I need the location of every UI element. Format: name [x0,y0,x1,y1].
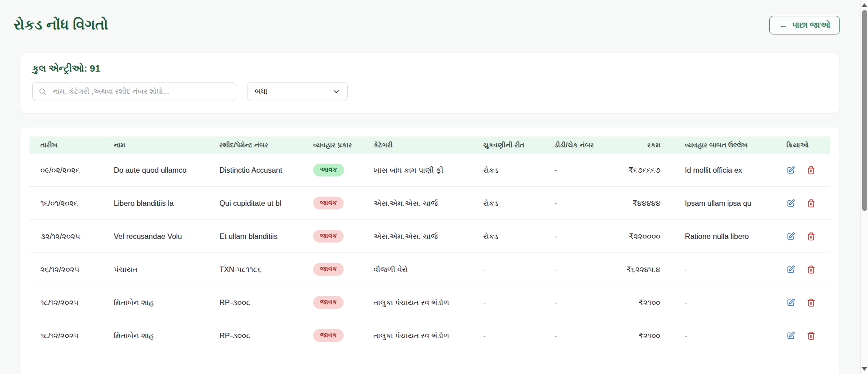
back-button-label: પાછા જાઓ [792,20,830,30]
col-header-actions: ક્રિયાઓ [776,141,831,149]
vertical-scrollbar[interactable] [860,0,868,374]
cell-category: વીજળી વેરો [363,265,472,274]
cell-method: - [472,331,543,340]
trash-icon [807,331,815,340]
cell-dd-check: - [543,199,601,208]
edit-pencil-icon [786,199,795,208]
filter-card: કુલ એન્ટ્રીઓ: 91 બધા [20,53,840,113]
delete-button[interactable] [807,166,815,175]
table-row: ૩૨/૧૨/૨૦૨૫ Vel recusandae Volu Et ullam … [29,220,830,253]
cell-type: જાવક [302,197,363,209]
edit-button[interactable] [786,166,795,175]
edit-pencil-icon [786,166,795,175]
cell-method: રોકડ [472,199,543,208]
edit-button[interactable] [786,298,795,307]
cell-amount: ₹૬૨૨૪૫.૪ [601,265,660,274]
cell-type: જાવક [302,296,363,308]
cell-actions [776,199,831,208]
trash-icon [807,232,815,241]
cell-method: - [472,298,543,307]
search-field-wrap [32,82,236,101]
delete-button[interactable] [807,265,815,274]
cell-remark: Ipsam ullam ipsa qu [660,199,776,208]
delete-button[interactable] [807,298,815,307]
back-button[interactable]: ← પાછા જાઓ [769,16,840,34]
type-filter-value: બધા [255,87,267,96]
type-badge: જાવક [313,296,344,308]
delete-button[interactable] [807,232,815,241]
cell-date: ૩૨/૧૨/૨૦૨૫ [29,232,103,241]
cell-dd-check: - [543,265,601,274]
col-header-dd: ડીડી/ચેક નંબર [543,141,601,149]
col-header-receipt: રશીદ/પેમેન્ટ નંબર [209,141,302,149]
edit-button[interactable] [786,265,795,274]
cell-category: એસ.એમ.એસ. ચાર્જ [363,232,472,241]
search-input[interactable] [32,82,236,101]
cell-actions [776,298,831,307]
cell-date: ૦૯/૦૨/૨૦૨૬ [29,166,103,175]
type-filter-select[interactable]: બધા [247,82,348,101]
back-arrow-icon: ← [779,21,787,29]
trash-icon [807,298,815,307]
delete-button[interactable] [807,331,815,340]
cell-receipt: Et ullam blanditiis [209,232,302,241]
cell-category: તાલુકા પંચાયત સ્વ ભંડોળ [363,298,472,307]
type-badge: જાવક [313,263,344,275]
trash-icon [807,166,815,175]
col-header-date: તારીખ [29,141,103,149]
table-row: ૧૮/૧૨/૨૦૨૫ મિતાબેન શાહ RP-૩૦૦૮ જાવક તાલુ… [29,319,830,352]
edit-pencil-icon [786,232,795,241]
chevron-down-icon [333,88,340,95]
cell-actions [776,331,831,340]
cell-category: ખાસ બાંધ કામ પાણી ફી [363,166,472,175]
cell-date: ૨૬/૧૨/૨૦૨૫ [29,265,103,274]
col-header-remark: વ્યવહાર બાબત ઉલ્લેખ [660,141,776,149]
cell-type: જાવક [302,230,363,242]
trash-icon [807,199,815,208]
cell-date: ૧૬/૦૧/૨૦૨૬ [29,199,103,208]
edit-pencil-icon [786,331,795,340]
scrollbar-thumb[interactable] [862,10,867,211]
cell-receipt: RP-૩૦૦૮ [209,331,302,340]
type-badge: આવક [313,164,344,176]
scroll-down-arrow-icon[interactable] [862,367,867,371]
edit-button[interactable] [786,331,795,340]
cell-name: Libero blanditiis la [103,199,209,208]
filter-controls: બધા [32,82,828,101]
cell-remark: - [660,265,776,274]
edit-button[interactable] [786,232,795,241]
cell-actions [776,265,831,274]
cell-date: ૧૮/૧૨/૨૦૨૫ [29,331,103,340]
cell-actions [776,232,831,241]
cell-remark: - [660,331,776,340]
scroll-up-arrow-icon[interactable] [862,3,867,7]
edit-pencil-icon [786,265,795,274]
cell-receipt: TXN-૫૮૧૧૮૬ [209,265,302,274]
table-header-row: તારીખ નામ રશીદ/પેમેન્ટ નંબર વ્યવહાર પ્રક… [29,136,830,154]
cell-receipt: Distinctio Accusant [209,166,302,175]
table-row: ૦૯/૦૨/૨૦૨૬ Do aute quod ullamco Distinct… [29,154,830,187]
cell-type: આવક [302,164,363,176]
cell-category: તાલુકા પંચાયત સ્વ ભંડોળ [363,331,472,340]
cell-dd-check: - [543,166,601,175]
cell-type: જાવક [302,263,363,275]
cell-method: રોકડ [472,166,543,175]
cell-name: મિતાબેન શાહ [103,298,209,307]
cell-amount: ₹૨૨૦૦૦૦ [601,232,660,241]
type-badge: જાવક [313,230,344,242]
table-row: ૧૮/૧૨/૨૦૨૫ મિતાબેન શાહ RP-૩૦૦૮ જાવક તાલુ… [29,286,830,319]
cell-method: - [472,265,543,274]
cell-name: મિતાબેન શાહ [103,331,209,340]
cell-amount: ₹૪૪૪૪૪ [601,199,660,208]
delete-button[interactable] [807,199,815,208]
table-body: ૦૯/૦૨/૨૦૨૬ Do aute quod ullamco Distinct… [29,154,830,352]
cell-type: જાવક [302,329,363,341]
cell-name: Do aute quod ullamco [103,166,209,175]
cell-dd-check: - [543,232,601,241]
cell-amount: ₹૨૧૦૦ [601,298,660,307]
cell-amount: ₹૨૧૦૦ [601,331,660,340]
edit-button[interactable] [786,199,795,208]
col-header-method: ચુકવણીની રીત [472,141,543,149]
cell-amount: ₹૬૭૬૬૬૭ [601,166,660,175]
cell-name: પંચાયત [103,265,209,274]
